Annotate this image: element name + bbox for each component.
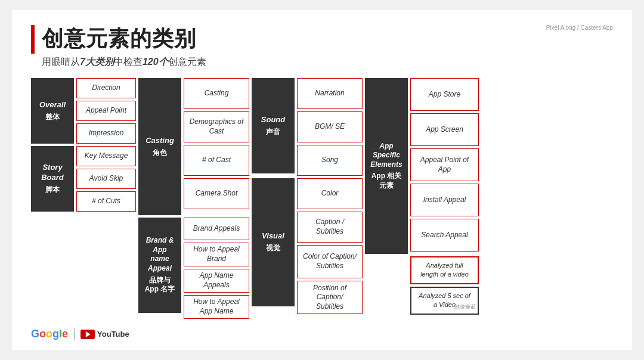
list-item: Caption / Subtitles	[297, 212, 363, 243]
footer: Google YouTube	[31, 328, 129, 340]
sound-row: Sound 声音 Narration BGM/ SE Song	[252, 78, 363, 176]
subtitle-end: 创意元素	[168, 57, 206, 67]
list-item: BGM/ SE	[297, 111, 363, 142]
list-item: App Name Appeals	[184, 269, 249, 293]
brand-items: Brand Appeals How to Appeal Brand App Na…	[184, 218, 249, 319]
list-item: # of Cuts	[76, 191, 136, 212]
list-item: Avoid Skip	[76, 169, 136, 189]
storyboard-row: Story Board 脚本 Key Message Avoid Skip # …	[31, 146, 136, 212]
red-accent-bar	[31, 25, 35, 54]
list-item: Direction	[76, 78, 136, 98]
overlay-watermark: 游游葡萄	[454, 303, 475, 311]
brand-row: Brand & App name Appeal 品牌与 App 名字 Brand…	[138, 218, 249, 319]
list-item: Search Appeal	[410, 219, 479, 252]
list-item: Song	[297, 145, 363, 176]
casting-items: Casting Demographics of Cast # of Cast C…	[184, 78, 249, 209]
appspec-group: App Specific Elements App 相关元素 App Store…	[365, 78, 479, 315]
youtube-icon	[80, 330, 95, 339]
overall-label: Overall 整体	[31, 78, 74, 144]
list-item: How to Appeal App Name	[184, 295, 249, 319]
list-item: How to Appeal Brand	[184, 243, 249, 266]
visual-label: Visual 视觉	[252, 178, 295, 306]
list-item: # of Cast	[184, 145, 249, 176]
page-title: 创意元素的类别	[42, 24, 196, 54]
appspec-items: App Store App Screen Appeal Point of App…	[410, 78, 479, 252]
storyboard-items: Key Message Avoid Skip # of Cuts	[76, 146, 136, 212]
subtitle: 用眼睛从7大类别中检查120个创意元素	[42, 56, 613, 69]
list-item: Position of Caption/ Subtitles	[297, 281, 363, 314]
title-section: 创意元素的类别 用眼睛从7大类别中检查120个创意元素	[31, 24, 613, 69]
list-item: Install Appeal	[410, 184, 479, 216]
youtube-text: YouTube	[97, 330, 129, 339]
list-item: App Store	[410, 78, 479, 111]
google-logo: Google	[31, 328, 68, 340]
storyboard-label: Story Board 脚本	[31, 146, 74, 212]
list-item: Impression	[76, 123, 136, 144]
list-item: Brand Appeals	[184, 218, 249, 240]
casting-row: Casting 角色 Casting Demographics of Cast …	[138, 78, 249, 215]
overall-row: Overall 整体 Direction Appeal Point Impres…	[31, 78, 136, 144]
subtitle-bold: 7大类别	[80, 57, 114, 67]
list-item: Appeal Point	[76, 101, 136, 121]
appspec-row: App Specific Elements App 相关元素 App Store…	[365, 78, 479, 254]
analyzed-section: Analyzed full length of a video Analyzed…	[410, 256, 479, 315]
analyzed-box-1: Analyzed full length of a video	[410, 256, 479, 284]
list-item: Narration	[297, 78, 363, 109]
overall-storyboard-group: Overall 整体 Direction Appeal Point Impres…	[31, 78, 136, 212]
appspec-label: App Specific Elements App 相关元素	[365, 78, 408, 254]
casting-label: Casting 角色	[138, 78, 181, 215]
youtube-logo: YouTube	[80, 330, 129, 339]
slide: Pixel Along / Casters App 创意元素的类别 用眼睛从7大…	[12, 10, 632, 350]
visual-row: Visual 视觉 Color Caption / Subtitles Colo…	[252, 178, 363, 314]
main-grid: Overall 整体 Direction Appeal Point Impres…	[31, 78, 613, 319]
list-item: App Screen	[410, 113, 479, 146]
sound-visual-group: Sound 声音 Narration BGM/ SE Song Visual 视…	[252, 78, 363, 314]
analyzed-box-2: Analyzed 5 sec of a Video 游游葡萄	[410, 287, 479, 315]
sound-items: Narration BGM/ SE Song	[297, 78, 363, 176]
visual-items: Color Caption / Subtitles Color of Capti…	[297, 178, 363, 314]
footer-divider	[74, 328, 75, 340]
list-item: Casting	[184, 78, 249, 109]
sound-label: Sound 声音	[252, 78, 295, 173]
subtitle-prefix: 用眼睛从	[42, 57, 80, 67]
breadcrumb: Pixel Along / Casters App	[546, 24, 613, 31]
list-item: Demographics of Cast	[184, 111, 249, 142]
subtitle-bold2: 120个	[143, 57, 168, 67]
list-item: Color	[297, 178, 363, 209]
list-item: Key Message	[76, 146, 136, 166]
overall-items: Direction Appeal Point Impression	[76, 78, 136, 144]
list-item: Color of Caption/ Subtitles	[297, 245, 363, 278]
subtitle-suffix: 中检查	[114, 57, 143, 67]
list-item: Appeal Point of App	[410, 148, 479, 181]
casting-group: Casting 角色 Casting Demographics of Cast …	[138, 78, 249, 319]
brand-label: Brand & App name Appeal 品牌与 App 名字	[138, 218, 181, 313]
list-item: Camera Shot	[184, 178, 249, 209]
